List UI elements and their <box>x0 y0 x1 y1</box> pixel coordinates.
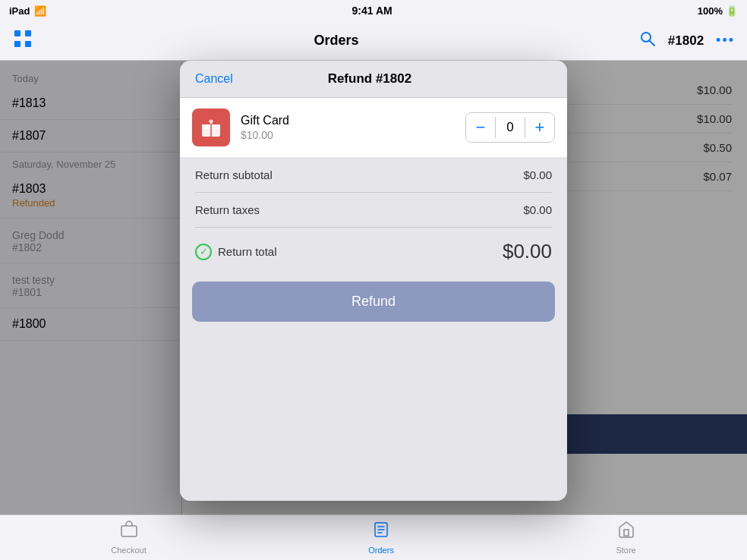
svg-rect-2 <box>25 30 31 36</box>
svg-rect-3 <box>25 41 31 47</box>
return-total-label-group: ✓ Return total <box>195 244 277 260</box>
wifi-icon: 📶 <box>34 5 46 17</box>
battery-label: 100% <box>698 5 723 17</box>
modal-empty-space <box>180 334 567 501</box>
store-icon <box>617 521 635 543</box>
return-taxes-value: $0.00 <box>523 203 552 216</box>
tab-store-label: Store <box>616 546 635 555</box>
svg-rect-0 <box>14 30 20 36</box>
modal-header: Cancel Refund #1802 <box>180 61 567 98</box>
tab-checkout[interactable]: Checkout <box>111 521 146 555</box>
app-icon[interactable] <box>12 28 33 54</box>
nav-title: Orders <box>314 33 358 49</box>
stepper-minus-button[interactable]: − <box>466 113 495 142</box>
checkout-icon <box>120 521 138 543</box>
order-id-label: #1802 <box>668 33 704 49</box>
orders-icon <box>372 521 390 543</box>
check-icon: ✓ <box>195 244 212 260</box>
tab-orders-label: Orders <box>368 546 394 555</box>
tab-bar: Checkout Orders Store <box>0 514 747 560</box>
tab-checkout-label: Checkout <box>111 546 146 555</box>
modal-title: Refund #1802 <box>328 71 412 87</box>
nav-bar-left <box>12 28 33 54</box>
device-label: iPad <box>9 5 30 17</box>
cancel-button[interactable]: Cancel <box>195 72 233 86</box>
tab-store[interactable]: Store <box>616 521 635 555</box>
status-time: 9:41 AM <box>352 5 392 17</box>
svg-rect-9 <box>121 526 137 536</box>
product-icon-box <box>192 109 230 146</box>
return-taxes-label: Return taxes <box>195 203 260 216</box>
status-bar: iPad 📶 9:41 AM 100% 🔋 <box>0 0 747 21</box>
tab-orders[interactable]: Orders <box>368 521 394 555</box>
product-info: Gift Card $10.00 <box>241 114 455 141</box>
nav-bar: Orders #1802 ••• <box>0 21 747 61</box>
summary-section: Return subtotal $0.00 Return taxes $0.00… <box>180 158 567 275</box>
nav-bar-right: #1802 ••• <box>639 30 735 52</box>
product-price: $10.00 <box>241 129 455 141</box>
refund-modal: Cancel Refund #1802 Gift Card $10.00 − <box>180 61 567 501</box>
return-subtotal-row: Return subtotal $0.00 <box>195 158 552 193</box>
return-total-row: ✓ Return total $0.00 <box>195 228 552 275</box>
return-taxes-row: Return taxes $0.00 <box>195 193 552 228</box>
stepper-plus-button[interactable]: + <box>525 113 554 142</box>
return-subtotal-value: $0.00 <box>523 168 552 181</box>
refund-button[interactable]: Refund <box>192 282 555 322</box>
status-left: iPad 📶 <box>9 5 46 17</box>
gift-card-icon <box>200 117 222 138</box>
search-icon[interactable] <box>639 30 656 52</box>
quantity-stepper: − 0 + <box>465 112 555 143</box>
product-row: Gift Card $10.00 − 0 + <box>180 98 567 158</box>
return-total-label: Return total <box>218 245 277 258</box>
svg-rect-14 <box>624 530 629 536</box>
svg-rect-1 <box>14 41 20 47</box>
battery-icon: 🔋 <box>726 5 738 17</box>
more-icon[interactable]: ••• <box>716 33 735 49</box>
stepper-value: 0 <box>496 120 525 135</box>
return-subtotal-label: Return subtotal <box>195 168 273 181</box>
product-name: Gift Card <box>241 114 455 127</box>
return-total-value: $0.00 <box>503 240 552 263</box>
modal-overlay: Cancel Refund #1802 Gift Card $10.00 − <box>0 61 747 514</box>
svg-line-5 <box>649 40 654 46</box>
status-right: 100% 🔋 <box>698 5 738 17</box>
